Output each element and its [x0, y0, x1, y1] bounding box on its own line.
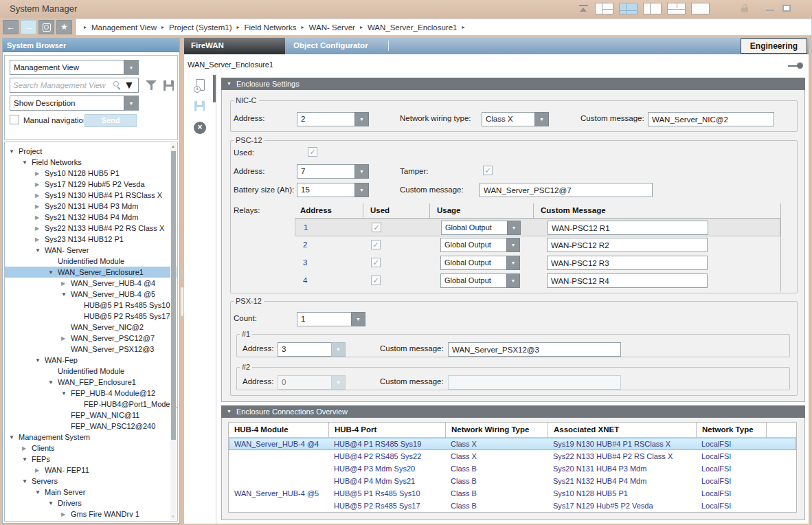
- relay-message-input[interactable]: [548, 221, 708, 235]
- history-button[interactable]: [38, 20, 54, 34]
- save-icon[interactable]: [194, 101, 205, 111]
- engineering-mode-button[interactable]: Engineering: [741, 38, 807, 54]
- chevron-down-icon[interactable]: ▼: [506, 256, 520, 270]
- tree-item[interactable]: ▶Sys22 N133 HUB#4 P2 RS Class X: [5, 223, 177, 234]
- connection-row[interactable]: WAN_Server_HUB-4 @4HUB@4 P1 RS485 Sys19C…: [229, 438, 796, 450]
- search-box[interactable]: ▼: [10, 78, 139, 93]
- connection-row[interactable]: HUB@4 P2 RS485 Sys22Class XSys22 N133 HU…: [229, 450, 796, 462]
- tree-item[interactable]: ▼WAN- Server: [5, 245, 177, 256]
- tree-expanded-icon[interactable]: ▼: [9, 148, 19, 155]
- tree-item[interactable]: ▼Management System: [5, 432, 177, 443]
- forward-button[interactable]: →: [21, 20, 36, 34]
- pin-icon[interactable]: [788, 63, 803, 69]
- chevron-down-icon[interactable]: ▼: [506, 238, 520, 252]
- tree-item[interactable]: ▼Project: [5, 146, 177, 157]
- manual-navigation-checkbox[interactable]: [10, 115, 19, 124]
- tree-expanded-icon[interactable]: ▼: [61, 390, 71, 396]
- search-input[interactable]: [10, 78, 111, 92]
- tree-item[interactable]: FEP-HUB4@Port1_Modem_: [5, 399, 177, 410]
- tree-expanded-icon[interactable]: ▼: [48, 500, 58, 506]
- psc-battery-dropdown[interactable]: 15 ▼: [297, 183, 369, 197]
- tree-item[interactable]: ▶Sys23 N134 HUB12 P1: [5, 234, 177, 245]
- tree-item[interactable]: ▼FEPs: [5, 454, 177, 465]
- tab-firewan[interactable]: FireWAN: [184, 38, 285, 54]
- tree-expanded-icon[interactable]: ▼: [48, 269, 58, 276]
- enclosure-settings-header[interactable]: ▼ Enclosure Settings: [221, 78, 805, 90]
- tree-item[interactable]: ▼Drivers: [5, 498, 177, 509]
- breadcrumb-item[interactable]: Management View: [91, 23, 157, 32]
- tree-expanded-icon[interactable]: ▼: [35, 357, 45, 364]
- main-scrollbar-track[interactable]: [216, 74, 216, 524]
- psc-address-dropdown[interactable]: 7 ▼: [297, 164, 369, 179]
- send-button[interactable]: Send: [84, 114, 137, 127]
- tree-item[interactable]: ▶Gms Fire WANDrv 1: [5, 509, 177, 520]
- relay-message-input[interactable]: [547, 256, 708, 270]
- nic-address-dropdown[interactable]: 2 ▼: [297, 112, 369, 126]
- tree-collapsed-icon[interactable]: ▶: [35, 181, 45, 188]
- tree-collapsed-icon[interactable]: ▶: [35, 170, 45, 177]
- tree-item[interactable]: ▼Main Server: [5, 487, 177, 498]
- relay-row[interactable]: 1✓Global Output▼: [295, 219, 780, 236]
- tree-collapsed-icon[interactable]: ▶: [61, 335, 71, 342]
- tree-expanded-icon[interactable]: ▼: [22, 159, 32, 166]
- tree-item[interactable]: HUB@5 P2 Rs485 Sys17: [5, 311, 177, 322]
- tree-collapsed-icon[interactable]: ▶: [35, 236, 45, 243]
- nic-wiring-dropdown[interactable]: Class X ▼: [482, 112, 549, 126]
- relay-row[interactable]: 2✓Global Output▼: [295, 236, 780, 254]
- chevron-down-icon[interactable]: ▼: [124, 78, 138, 92]
- tree-expanded-icon[interactable]: ▼: [22, 478, 32, 484]
- section-collapse-icon[interactable]: ▼: [227, 409, 232, 414]
- layout-single-pane-button[interactable]: [691, 3, 710, 14]
- tree-scrollbar-thumb[interactable]: [171, 151, 176, 440]
- chevron-down-icon[interactable]: ▼: [351, 312, 365, 326]
- tree-collapsed-icon[interactable]: ▶: [61, 511, 71, 517]
- relay-usage-dropdown[interactable]: Global Output▼: [440, 273, 520, 288]
- chevron-down-icon[interactable]: ▼: [354, 164, 369, 179]
- connections-overview-header[interactable]: ▼ Enclosure Connections Overview: [221, 405, 805, 418]
- tree-item[interactable]: ▶WAN_Server_HUB-4 @4: [5, 278, 177, 289]
- minimize-button[interactable]: [766, 10, 774, 11]
- chevron-down-icon[interactable]: ▼: [507, 221, 521, 235]
- tree-item[interactable]: ▼WAN-Fep: [5, 355, 177, 366]
- tree-item[interactable]: ▶WAN- FEP11: [5, 465, 177, 476]
- cancel-icon[interactable]: ×: [194, 122, 206, 134]
- maximize-button[interactable]: [782, 5, 791, 12]
- layout-left-pane-button[interactable]: [643, 3, 662, 14]
- chevron-down-icon[interactable]: ▼: [534, 112, 549, 126]
- tree-scrollbar[interactable]: ▲ ▼: [170, 143, 177, 520]
- relay-message-input[interactable]: [547, 238, 708, 252]
- connection-row[interactable]: HUB@4 P3 Mdm Sys20Class BSys20 N131 HUB4…: [229, 462, 796, 475]
- psc-custom-message-input[interactable]: [480, 183, 653, 197]
- breadcrumb-item[interactable]: WAN- Server: [309, 23, 355, 32]
- chevron-down-icon[interactable]: ▼: [124, 96, 138, 110]
- section-collapse-icon[interactable]: ▼: [227, 81, 232, 86]
- tree-item[interactable]: ▼Field Networks: [5, 157, 177, 168]
- breadcrumb-item[interactable]: WAN_Server_Enclosure1: [368, 23, 458, 32]
- tree-expanded-icon[interactable]: ▼: [22, 456, 32, 462]
- tree-item[interactable]: HUB@5 P1 Rs485 Sys10: [5, 300, 177, 311]
- psx1-address-dropdown[interactable]: 3 ▼: [278, 342, 346, 357]
- nic-custom-message-input[interactable]: [648, 112, 774, 126]
- relay-row[interactable]: 3✓Global Output▼: [295, 254, 780, 272]
- psx-count-dropdown[interactable]: 1 ▼: [297, 312, 365, 326]
- tree-item[interactable]: Unidentified Module: [5, 366, 177, 377]
- relay-usage-dropdown[interactable]: Global Output▼: [440, 238, 520, 252]
- tree-item[interactable]: ▼Servers: [5, 476, 177, 487]
- tree-item[interactable]: WAN_Server_PSX12@3: [5, 344, 177, 355]
- tree-collapsed-icon[interactable]: ▶: [61, 280, 71, 287]
- tree-expanded-icon[interactable]: ▼: [61, 291, 71, 298]
- layout-left-bottom-button[interactable]: [619, 3, 638, 14]
- tab-object-configurator[interactable]: Object Configurator: [285, 38, 387, 54]
- tree-item[interactable]: ▶Sys17 N129 Hub#5 P2 Vesda: [5, 179, 177, 190]
- connection-row[interactable]: HUB@5 P2 Rs485 Sys17Class BSys17 N129 Hu…: [229, 500, 796, 512]
- tree-collapsed-icon[interactable]: ▶: [35, 192, 45, 199]
- back-button[interactable]: ←: [3, 20, 19, 34]
- tree-item[interactable]: ▼WAN_Server_HUB-4 @5: [5, 289, 177, 300]
- tree-collapsed-icon[interactable]: ▶: [35, 203, 45, 210]
- filter-icon[interactable]: [146, 80, 157, 91]
- relay-usage-dropdown[interactable]: Global Output▼: [441, 221, 521, 235]
- tree-collapsed-icon[interactable]: ▶: [35, 225, 45, 232]
- chevron-down-icon[interactable]: ▼: [506, 273, 520, 288]
- scroll-up-icon[interactable]: ▲: [171, 144, 175, 148]
- tree-item[interactable]: WAN_Server_NIC@2: [5, 322, 177, 333]
